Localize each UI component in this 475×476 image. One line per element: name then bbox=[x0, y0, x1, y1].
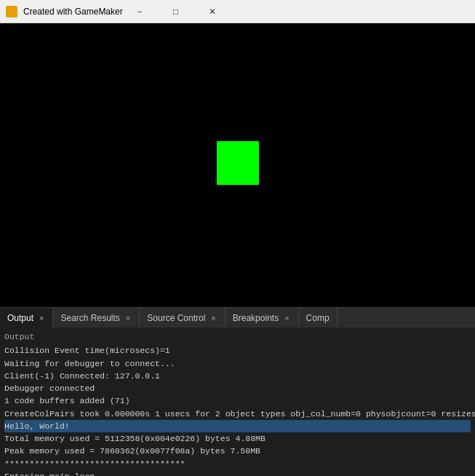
output-line: Waiting for debugger to connect... bbox=[4, 357, 471, 370]
output-line: Entering main loop. bbox=[4, 470, 471, 476]
tab-source-control[interactable]: Source Control× bbox=[140, 308, 225, 328]
tab-close-breakpoints[interactable]: × bbox=[283, 313, 290, 323]
tab-bar: Output×Search Results×Source Control×Bre… bbox=[0, 307, 475, 328]
tab-label-source-control: Source Control bbox=[147, 313, 205, 323]
title-bar: Created with GameMaker − □ ✕ bbox=[0, 0, 475, 23]
output-header: Output bbox=[4, 330, 471, 343]
game-canvas bbox=[0, 23, 475, 307]
output-line: Client(-1) Connected: 127.0.0.1 bbox=[4, 370, 471, 382]
output-line: Collision Event time(microsecs)=1 bbox=[4, 344, 471, 357]
output-line: CreateColPairs took 0.000000s 1 usecs fo… bbox=[4, 408, 471, 420]
output-line: Debugger connected bbox=[4, 382, 471, 394]
tab-comp[interactable]: Comp bbox=[299, 308, 338, 328]
output-line: Peak memory used = 7860362(0x0077f08a) b… bbox=[4, 445, 471, 457]
restore-button[interactable]: □ bbox=[159, 0, 193, 23]
tab-close-source-control[interactable]: × bbox=[209, 313, 217, 323]
minimize-button[interactable]: − bbox=[123, 0, 156, 23]
title-bar-text: Created with GameMaker bbox=[23, 7, 123, 17]
output-panel[interactable]: OutputCollision Event time(microsecs)=1W… bbox=[0, 328, 475, 476]
output-line: ************************************ bbox=[4, 458, 471, 470]
tab-label-search-results: Search Results bbox=[60, 313, 119, 323]
app-icon bbox=[6, 6, 17, 17]
tab-label-comp: Comp bbox=[306, 313, 330, 323]
window-controls: − □ ✕ bbox=[123, 0, 229, 23]
output-line: Hello, World! bbox=[4, 420, 471, 432]
output-line: Total memory used = 5112358(0x004e0226) … bbox=[4, 432, 471, 445]
tab-output[interactable]: Output× bbox=[0, 308, 53, 328]
tab-search-results[interactable]: Search Results× bbox=[53, 308, 140, 328]
tab-close-search-results[interactable]: × bbox=[124, 313, 132, 323]
close-button[interactable]: ✕ bbox=[196, 0, 229, 23]
green-rectangle bbox=[217, 141, 259, 185]
tab-close-output[interactable]: × bbox=[38, 313, 45, 323]
tab-label-output: Output bbox=[7, 313, 33, 323]
tab-label-breakpoints: Breakpoints bbox=[233, 313, 279, 323]
output-line: 1 code buffers added (71) bbox=[4, 394, 471, 407]
tab-breakpoints[interactable]: Breakpoints× bbox=[225, 308, 299, 328]
